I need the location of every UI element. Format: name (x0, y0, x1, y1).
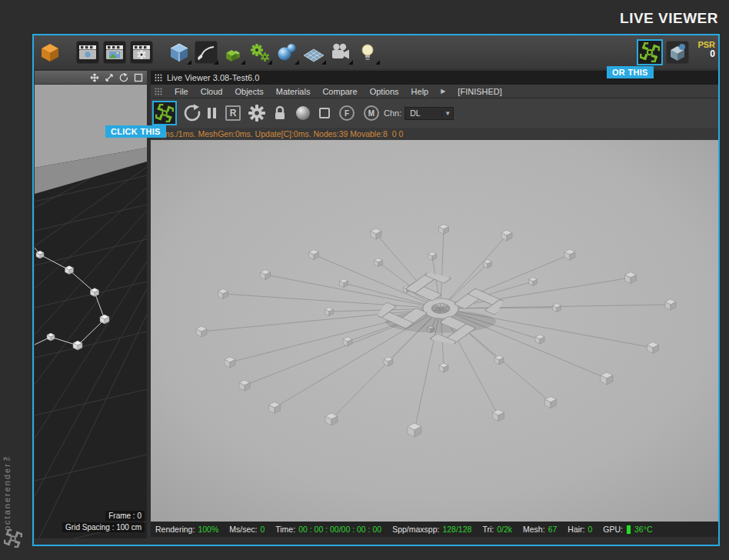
menu-overflow-arrow-icon[interactable]: ▶ (441, 88, 445, 95)
render-picture-viewer-icon[interactable] (102, 38, 128, 66)
render-status-bar: Rendering:100% Ms/sec:0 Time:00 : 00 : 0… (151, 522, 718, 537)
settings-gear-icon[interactable] (248, 105, 265, 122)
render-viewport[interactable] (151, 140, 718, 522)
viewport-scene[interactable] (35, 85, 147, 538)
pause-render-icon[interactable] (208, 108, 216, 118)
cube-primitive-icon[interactable] (166, 38, 192, 66)
psr-tool-button[interactable]: PSR 0 (692, 40, 715, 59)
toolbar-right-cluster: PSR 0 (637, 39, 715, 65)
menu-item-objects[interactable]: Objects (235, 87, 263, 96)
grid-spacing-label: Grid Spacing : 100 cm (62, 522, 145, 532)
menu-handle-icon (155, 88, 162, 95)
pen-spline-icon[interactable] (193, 38, 219, 66)
octane-liveviewer-icon[interactable] (637, 39, 663, 65)
octane-plugin-icon[interactable] (666, 41, 689, 64)
viewport-toolbar (35, 71, 147, 85)
live-viewer-toolbar: R F M Chn: DL ▼ (151, 98, 718, 128)
live-viewer-title: Live Viewer 3.08-Test6.0 (167, 73, 259, 82)
status-tri: Tri:0/2k (482, 525, 512, 534)
main-window: PSR 0 (32, 34, 720, 546)
channel-label: Chn: (384, 108, 401, 118)
render-view-icon[interactable] (75, 38, 101, 66)
chevron-down-icon: ▼ (441, 110, 453, 117)
live-viewer-menubar: File Cloud Objects Materials Compare Opt… (151, 85, 718, 98)
gpu-meter (626, 525, 631, 535)
rotate-view-icon[interactable] (118, 72, 128, 82)
render-settings-icon[interactable] (128, 38, 155, 66)
c4d-top-toolbar: PSR 0 (34, 35, 718, 69)
c4d-cube-icon[interactable] (37, 38, 63, 66)
menu-item-help[interactable]: Help (411, 87, 429, 96)
render-scene-svg (151, 140, 718, 522)
status-spp: Spp/maxspp:128/128 (392, 525, 471, 534)
reset-button[interactable]: R (225, 105, 241, 121)
menu-item-cloud[interactable]: Cloud (201, 87, 223, 96)
render-stats-line: k:0ms./1ms. MeshGen:0ms. Update[C]:0ms. … (151, 128, 718, 140)
window-handle-icon (155, 74, 162, 82)
c4d-viewport-panel[interactable]: Frame : 0 Grid Spacing : 100 cm (35, 71, 147, 538)
camera-icon[interactable] (328, 38, 354, 66)
floor-plane-icon[interactable] (301, 38, 327, 66)
menu-item-options[interactable]: Options (370, 87, 399, 96)
menu-item-compare[interactable]: Compare (322, 87, 357, 96)
octane-watermark-icon (4, 529, 22, 551)
octane-start-render-button[interactable] (152, 101, 177, 125)
focus-picker-button[interactable]: F (339, 105, 355, 121)
click-this-callout: CLICK THIS (105, 125, 166, 138)
menu-item-file[interactable]: File (175, 87, 188, 96)
viewport-labels: Frame : 0 Grid Spacing : 100 cm (62, 511, 145, 532)
psr-value: 0 (692, 49, 715, 59)
maximize-view-icon[interactable] (133, 72, 143, 82)
app-root: LIVE VIEWER octanerender™ (0, 0, 729, 560)
channel-dropdown[interactable]: DL ▼ (404, 107, 454, 120)
status-mssec: Ms/sec:0 (229, 525, 265, 534)
status-time: Time:00 : 00 : 00/00 : 00 : 00 (275, 525, 381, 534)
status-gpu: GPU:36°C (603, 525, 652, 535)
material-ball-icon[interactable] (296, 106, 310, 120)
live-viewer-window: Live Viewer 3.08-Test6.0 File Cloud Obje… (151, 71, 718, 537)
finished-status-badge: [FINISHED] (458, 87, 501, 96)
or-this-callout: OR THIS (607, 66, 654, 78)
channel-dropdown-value: DL (405, 108, 441, 118)
metaball-icon[interactable] (274, 38, 300, 66)
page-title: LIVE VIEWER (620, 10, 718, 27)
array-generator-icon[interactable] (220, 38, 246, 66)
status-mesh: Mesh:67 (523, 525, 557, 534)
light-icon[interactable] (355, 38, 381, 66)
frame-label: Frame : 0 (105, 511, 145, 521)
menu-item-materials[interactable]: Materials (276, 87, 311, 96)
octane-watermark-text: octanerender™ (2, 422, 12, 531)
region-render-icon[interactable] (319, 108, 330, 118)
generator-gears-icon[interactable] (247, 38, 273, 66)
restart-render-icon[interactable] (183, 104, 201, 122)
scale-view-icon[interactable] (104, 72, 114, 82)
material-picker-button[interactable]: M (364, 105, 379, 121)
move-view-icon[interactable] (89, 72, 99, 82)
status-hair: Hair:0 (568, 525, 592, 534)
lock-resolution-icon[interactable] (273, 105, 287, 121)
status-rendering: Rendering:100% (155, 525, 218, 534)
